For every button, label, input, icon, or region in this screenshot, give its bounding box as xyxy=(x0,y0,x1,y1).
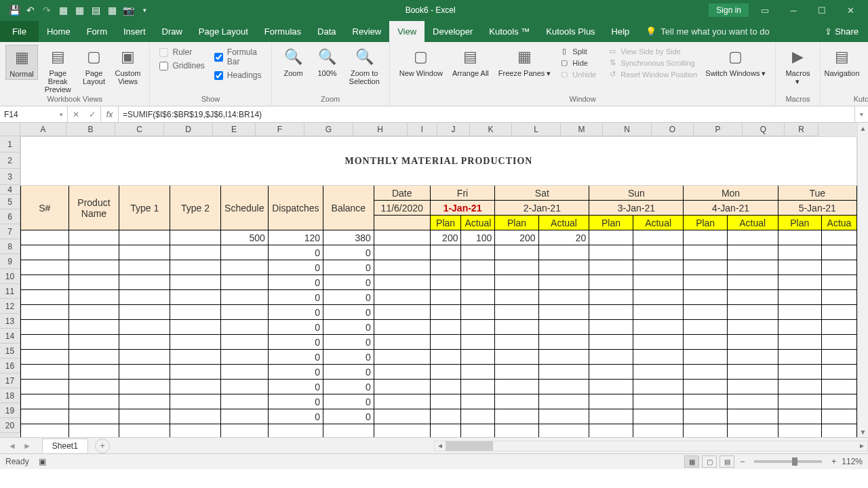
cell[interactable]: 0 xyxy=(268,335,323,350)
cell[interactable]: 0 xyxy=(323,305,374,320)
row-header[interactable]: 10 xyxy=(0,269,20,284)
col-header[interactable]: Q xyxy=(743,123,785,136)
cell[interactable]: 0 xyxy=(268,275,323,290)
sign-in-button[interactable]: Sign in xyxy=(709,3,749,17)
cell[interactable]: 0 xyxy=(268,290,323,305)
vertical-scrollbar[interactable]: ▲ ▼ xyxy=(857,123,868,437)
row-header[interactable]: 16 xyxy=(0,359,20,373)
col-header[interactable]: P xyxy=(694,123,743,136)
headings-checkbox[interactable]: Headings xyxy=(214,70,262,80)
cell[interactable]: 0 xyxy=(268,394,323,409)
tab-view[interactable]: View xyxy=(389,21,425,42)
cell[interactable]: 0 xyxy=(323,394,374,409)
col-header[interactable]: K xyxy=(470,123,512,136)
row-headers[interactable]: 1 2 3 4 5 6 7 8 9 10 11 12 13 14 15 16 1… xyxy=(0,136,20,437)
col-header[interactable]: J xyxy=(437,123,470,136)
cell-j7[interactable]: 100 xyxy=(461,230,495,245)
row-header[interactable]: 4 xyxy=(0,185,20,195)
page-break-button[interactable]: ▤Page Break Preview xyxy=(39,45,76,95)
scroll-right-icon[interactable]: ► xyxy=(856,442,867,449)
tab-draw[interactable]: Draw xyxy=(154,21,191,42)
row-header[interactable]: 3 xyxy=(0,169,20,185)
select-all-button[interactable] xyxy=(0,123,20,136)
normal-view-button[interactable]: ▦Normal xyxy=(5,45,38,80)
sheet-tab-sheet1[interactable]: Sheet1 xyxy=(42,439,88,453)
scroll-down-icon[interactable]: ▼ xyxy=(858,426,868,437)
cell-i7[interactable]: 200 xyxy=(430,230,461,245)
tab-home[interactable]: Home xyxy=(39,21,79,42)
row-header[interactable]: 18 xyxy=(0,388,20,403)
row-header[interactable]: 14 xyxy=(0,329,20,344)
expand-formula-bar-icon[interactable]: ▾ xyxy=(854,106,868,122)
zoom-100-button[interactable]: 🔍100% xyxy=(311,45,344,79)
zoom-out-button[interactable]: − xyxy=(740,457,745,466)
cell[interactable]: 0 xyxy=(323,335,374,350)
cell-f7[interactable]: 120 xyxy=(268,230,323,245)
view-break-icon[interactable]: ▤ xyxy=(719,455,734,468)
cell[interactable]: 0 xyxy=(323,350,374,365)
cell[interactable]: 0 xyxy=(323,245,374,260)
qat-btn-4[interactable]: ▦ xyxy=(104,3,119,18)
cell[interactable]: 0 xyxy=(268,320,323,335)
col-header[interactable]: B xyxy=(66,123,115,136)
row-header[interactable]: 15 xyxy=(0,344,20,359)
save-icon[interactable]: 💾 xyxy=(7,3,22,18)
col-header[interactable]: A xyxy=(20,123,66,136)
cells-area[interactable]: MONTHLY MATERIAL PRODUCTION S# Product N… xyxy=(20,136,857,437)
col-header[interactable]: F xyxy=(256,123,304,136)
ruler-checkbox[interactable]: Ruler xyxy=(159,47,204,57)
cell[interactable]: 0 xyxy=(323,320,374,335)
cell[interactable]: 0 xyxy=(268,380,323,394)
qat-btn-1[interactable]: ▦ xyxy=(56,3,71,18)
horizontal-scrollbar[interactable]: ◄ ► xyxy=(434,441,868,451)
zoom-value[interactable]: 112% xyxy=(842,457,863,466)
cell-g7[interactable]: 380 xyxy=(323,230,374,245)
new-window-button[interactable]: ▢New Window xyxy=(395,45,447,79)
column-headers[interactable]: A B C D E F G H I J K L M N O P Q R xyxy=(20,123,857,136)
col-header[interactable]: C xyxy=(115,123,164,136)
zoom-slider[interactable] xyxy=(754,460,822,463)
tab-file[interactable]: File xyxy=(0,21,39,42)
tell-me-search[interactable]: 💡 Tell me what you want to do xyxy=(637,21,777,42)
formula-input[interactable]: =SUMIF($I$6:$BR$19,$J$6,I14:BR14) xyxy=(119,106,854,122)
cell-k7[interactable]: 200 xyxy=(495,230,538,245)
view-layout-icon[interactable]: ▢ xyxy=(702,455,717,468)
ribbon-options-icon[interactable]: ▭ xyxy=(753,3,777,18)
split-button[interactable]: ▯Split xyxy=(556,46,599,56)
switch-windows-button[interactable]: ▢Switch Windows ▾ xyxy=(701,45,770,79)
cell[interactable]: 0 xyxy=(268,260,323,275)
macros-button[interactable]: ▶Macros▾ xyxy=(781,45,814,87)
col-header[interactable]: H xyxy=(353,123,408,136)
row-header[interactable]: 8 xyxy=(0,239,20,254)
qat-btn-3[interactable]: ▤ xyxy=(88,3,103,18)
zoom-button[interactable]: 🔍Zoom xyxy=(277,45,310,79)
row-header[interactable]: 5 xyxy=(0,195,20,209)
tab-developer[interactable]: Developer xyxy=(425,21,481,42)
tab-nav[interactable]: ◄► xyxy=(0,441,39,451)
scroll-left-icon[interactable]: ◄ xyxy=(435,442,446,449)
view-normal-icon[interactable]: ▦ xyxy=(684,455,699,468)
navigation-button[interactable]: ▤Navigation xyxy=(826,45,859,79)
hide-button[interactable]: ▢Hide xyxy=(556,58,599,68)
share-button[interactable]: ⇪ Share xyxy=(815,21,868,42)
maximize-icon[interactable]: ☐ xyxy=(810,3,834,18)
zoom-selection-button[interactable]: 🔍Zoom to Selection xyxy=(345,45,384,87)
freeze-panes-button[interactable]: ▦Freeze Panes ▾ xyxy=(494,45,555,79)
spreadsheet-grid[interactable]: A B C D E F G H I J K L M N O P Q R 1 2 … xyxy=(0,123,868,437)
col-header[interactable]: I xyxy=(408,123,437,136)
row-header[interactable]: 7 xyxy=(0,224,20,239)
undo-icon[interactable]: ↶ xyxy=(23,3,38,18)
page-layout-button[interactable]: ▢Page Layout xyxy=(77,45,110,87)
minimize-icon[interactable]: ─ xyxy=(781,3,806,18)
gridlines-checkbox[interactable]: Gridlines xyxy=(159,61,204,70)
camera-icon[interactable]: 📷 xyxy=(121,3,136,18)
formula-bar-checkbox[interactable]: Formula Bar xyxy=(214,47,262,66)
cell[interactable]: 0 xyxy=(268,350,323,365)
tab-insert[interactable]: Insert xyxy=(115,21,154,42)
col-header[interactable]: N xyxy=(603,123,652,136)
qat-customize-icon[interactable]: ▾ xyxy=(137,3,152,18)
col-header[interactable]: R xyxy=(785,123,818,136)
zoom-in-button[interactable]: + xyxy=(831,457,836,466)
scroll-up-icon[interactable]: ▲ xyxy=(858,123,868,134)
macro-record-icon[interactable]: ▣ xyxy=(39,457,46,466)
